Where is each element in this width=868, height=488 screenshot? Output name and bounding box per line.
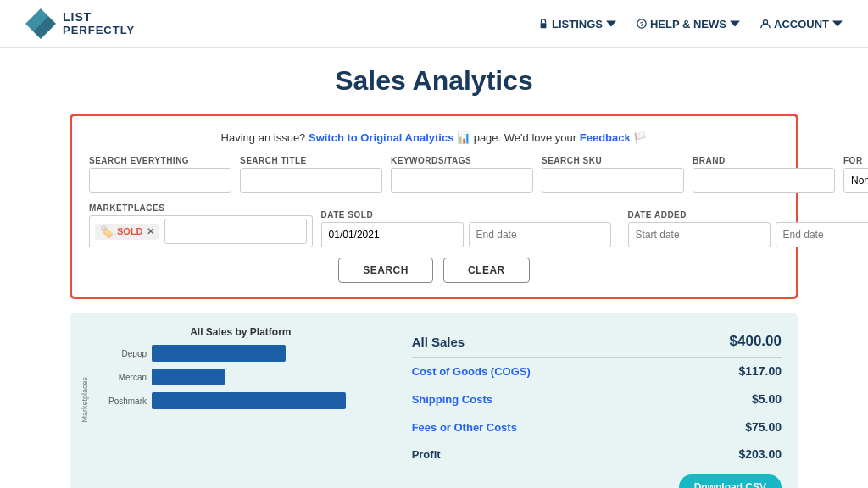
chart-bar-row: Poshmark: [100, 392, 395, 409]
search-everything-input[interactable]: [89, 168, 231, 193]
stat-row: Cost of Goods (COGS) $117.00: [412, 358, 782, 385]
profit-row: Profit $203.00: [412, 441, 782, 468]
search-sku-label: SEARCH SKU: [542, 156, 684, 165]
search-sku-group: SEARCH SKU: [542, 156, 684, 193]
stats-rows: Cost of Goods (COGS) $117.00 Shipping Co…: [412, 358, 782, 441]
stat-value: $5.00: [752, 392, 782, 406]
logo-diamond-icon: [25, 8, 56, 39]
chart-bar: [152, 392, 346, 409]
date-added-label: DATE ADDED: [628, 210, 868, 219]
stat-label: Cost of Goods (COGS): [412, 365, 531, 378]
all-sales-row: All Sales $400.00: [412, 326, 782, 358]
stat-label: Shipping Costs: [412, 393, 492, 406]
search-everything-group: SEARCH EVERYTHING: [89, 156, 231, 193]
search-title-input[interactable]: [240, 168, 382, 193]
stats-section: All Sales $400.00 Cost of Goods (COGS) $…: [412, 326, 782, 468]
chart-bar: [152, 345, 286, 362]
stat-row: Shipping Costs $5.00: [412, 385, 782, 413]
main-content: Sales Analytics Having an issue? Switch …: [53, 48, 815, 488]
tag-sold-label: SOLD: [117, 226, 143, 236]
brand-input[interactable]: [693, 168, 835, 193]
account-nav-link[interactable]: ACCOUNT: [760, 18, 843, 30]
tag-sold-icon: 🏷️: [100, 225, 114, 238]
feedback-link[interactable]: Feedback 🏳️: [580, 131, 648, 144]
search-everything-label: SEARCH EVERYTHING: [89, 156, 231, 165]
for-select[interactable]: None: [843, 168, 868, 193]
svg-text:?: ?: [640, 20, 644, 28]
date-sold-end-input[interactable]: [469, 222, 611, 247]
lock-icon: [538, 19, 548, 29]
keywords-input[interactable]: [391, 168, 533, 193]
keywords-group: KEYWORDS/TAGS: [391, 156, 533, 193]
download-csv-button[interactable]: Download CSV: [679, 474, 782, 488]
navbar: LIST PERFECTLY LISTINGS ? HELP & NEWS AC…: [0, 0, 868, 48]
stats-area: All Sales $400.00 Cost of Goods (COGS) $…: [412, 326, 782, 488]
logo: LIST PERFECTLY: [25, 8, 135, 39]
search-title-label: SEARCH TITLE: [240, 156, 382, 165]
help-icon: ?: [637, 19, 647, 29]
chart-bar-label: Mercari: [100, 373, 147, 382]
marketplaces-group: MARKETPLACES 🏷️ SOLD ✕: [89, 203, 313, 247]
chevron-down-icon: [730, 19, 740, 29]
for-label: FOR: [843, 156, 868, 165]
chevron-down-icon: [832, 19, 843, 29]
logo-perfectly: PERFECTLY: [63, 25, 135, 36]
marketplaces-label: MARKETPLACES: [89, 203, 313, 213]
chart-bar-label: Depop: [100, 349, 147, 358]
marketplaces-text-input[interactable]: [164, 219, 307, 244]
profit-label: Profit: [412, 448, 441, 461]
nav-links: LISTINGS ? HELP & NEWS ACCOUNT: [538, 18, 843, 30]
chart-bar-row: Depop: [100, 345, 395, 362]
logo-text: LIST PERFECTLY: [63, 11, 135, 36]
date-added-group: DATE ADDED: [628, 210, 868, 247]
help-news-nav-link[interactable]: ? HELP & NEWS: [637, 18, 740, 30]
logo-list: LIST: [63, 11, 135, 24]
brand-label: BRAND: [693, 156, 835, 165]
page-title: Sales Analytics: [70, 65, 798, 97]
user-icon: [760, 19, 771, 29]
chart-bar-wrap: [152, 369, 395, 385]
all-sales-label: All Sales: [412, 335, 465, 349]
keywords-label: KEYWORDS/TAGS: [391, 156, 533, 165]
stat-row: Fees or Other Costs $75.00: [412, 413, 782, 441]
sold-tag: 🏷️ SOLD ✕: [95, 224, 159, 240]
date-sold-range: [321, 222, 611, 247]
search-sku-input[interactable]: [542, 168, 684, 193]
marketplaces-input[interactable]: 🏷️ SOLD ✕: [89, 215, 313, 247]
issue-middle: page. We'd love your: [474, 131, 576, 144]
date-added-start-input[interactable]: [628, 222, 771, 247]
listings-nav-link[interactable]: LISTINGS: [538, 18, 616, 30]
profit-value: $203.00: [738, 447, 782, 461]
svg-rect-0: [541, 23, 547, 28]
stat-value: $75.00: [745, 420, 782, 434]
switch-original-link[interactable]: Switch to Original Analytics 📊: [309, 131, 470, 144]
search-title-group: SEARCH TITLE: [240, 156, 382, 193]
clear-button[interactable]: CLEAR: [443, 258, 530, 283]
issue-banner: Having an issue? Switch to Original Anal…: [89, 131, 779, 144]
chart-bar-wrap: [152, 345, 395, 362]
date-added-end-input[interactable]: [776, 222, 868, 247]
all-sales-value: $400.00: [730, 333, 782, 350]
bar-chart: Depop Mercari Poshmark: [100, 345, 395, 409]
stat-value: $117.00: [738, 364, 782, 378]
analytics-panel: All Sales by Platform Marketplaces Depop…: [70, 313, 798, 488]
y-axis-label: Marketplaces: [81, 377, 89, 423]
chart-bar: [152, 369, 225, 385]
search-row-1: SEARCH EVERYTHING SEARCH TITLE KEYWORDS/…: [89, 156, 779, 193]
date-sold-start-input[interactable]: [321, 222, 464, 247]
brand-group: BRAND: [693, 156, 835, 193]
chart-area: All Sales by Platform Marketplaces Depop…: [86, 326, 395, 488]
date-sold-label: DATE SOLD: [321, 210, 611, 219]
tag-remove-icon[interactable]: ✕: [147, 226, 154, 237]
search-panel: Having an issue? Switch to Original Anal…: [70, 114, 798, 299]
stat-label: Fees or Other Costs: [412, 421, 517, 434]
search-buttons: SEARCH CLEAR: [89, 258, 779, 283]
date-sold-group: DATE SOLD: [321, 210, 611, 247]
issue-prefix: Having an issue?: [221, 131, 306, 144]
chevron-down-icon: [606, 19, 616, 29]
search-row-2: MARKETPLACES 🏷️ SOLD ✕ DATE SOLD: [89, 203, 779, 247]
chart-bar-label: Poshmark: [100, 396, 147, 406]
date-added-range: [628, 222, 868, 247]
chart-title: All Sales by Platform: [190, 326, 291, 338]
search-button[interactable]: SEARCH: [338, 258, 433, 283]
